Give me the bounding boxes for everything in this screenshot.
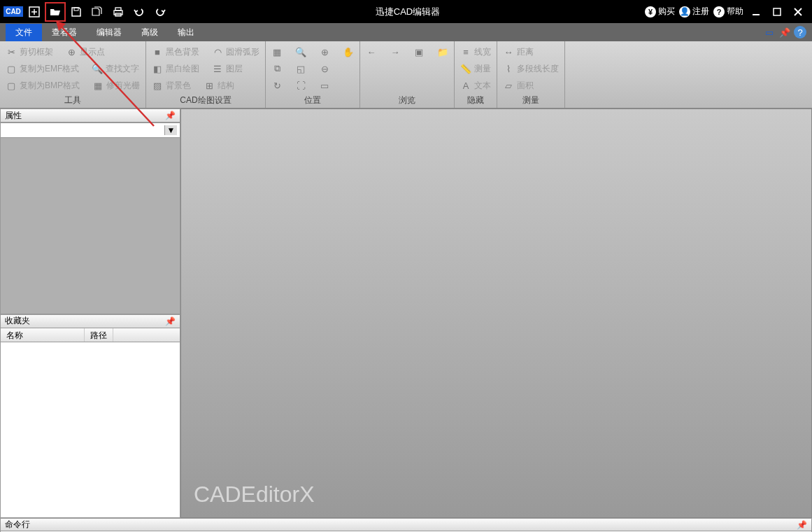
pos-btn-6[interactable]: ◱ — [294, 61, 308, 76]
ribbon-label-browse: 浏览 — [364, 93, 450, 108]
bw-icon: ◧ — [152, 63, 163, 74]
nav-left-button[interactable]: ← — [364, 44, 378, 59]
ribbon-label-cad: CAD绘图设置 — [150, 93, 261, 108]
scissors-icon: ✂ — [6, 46, 17, 57]
measure-toggle-button[interactable]: 📏测量 — [459, 61, 492, 76]
polyline-icon: ⌇ — [503, 63, 514, 74]
favorites-pin-icon[interactable]: 📌 — [165, 316, 176, 326]
ribbon-group-cad: ■黑色背景 ◠圆滑弧形 ◧黑白绘图 ☰图层 ▨背景色 ⊞结构 CAD绘图设置 — [146, 41, 266, 108]
svg-rect-8 — [774, 8, 781, 15]
black-bg-button[interactable]: ■黑色背景 — [150, 44, 201, 59]
favorites-title: 收藏夹 — [5, 315, 30, 327]
pos-btn-9[interactable]: ⛶ — [294, 78, 308, 93]
buy-button[interactable]: ¥购买 — [645, 6, 675, 18]
title-bar: CAD 迅捷CAD编辑器 ¥购买 👤注册 ?帮助 — [0, 0, 812, 23]
crop-icon: ▦ — [92, 80, 104, 91]
tab-file[interactable]: 文件 — [6, 24, 42, 41]
print-button[interactable] — [108, 2, 129, 22]
help-button[interactable]: ?帮助 — [713, 6, 743, 18]
ribbon-tabs: 文件 查看器 编辑器 高级 输出 ▭ 📌 ? — [0, 23, 812, 41]
fav-col-path[interactable]: 路径 — [85, 328, 113, 342]
tab-editor[interactable]: 编辑器 — [87, 24, 131, 41]
minimize-button[interactable] — [748, 4, 764, 20]
bmp-icon: ▢ — [6, 80, 17, 91]
bw-draw-button[interactable]: ◧黑白绘图 — [150, 61, 201, 76]
cut-frame-button[interactable]: ✂剪切框架 — [4, 44, 55, 59]
save-button[interactable] — [66, 2, 87, 22]
copy-emf-button[interactable]: ▢复制为EMF格式 — [4, 61, 80, 76]
copy-icon: ⧉ — [271, 63, 283, 74]
properties-pin-icon[interactable]: 📌 — [165, 111, 176, 120]
area-icon: ▱ — [503, 80, 514, 91]
distance-button[interactable]: ↔距离 — [501, 44, 560, 59]
ruler-icon: 📏 — [460, 63, 471, 74]
area-button[interactable]: ▱面积 — [501, 78, 560, 93]
layers-button[interactable]: ☰图层 — [211, 61, 244, 76]
black-square-icon: ■ — [152, 46, 163, 57]
text-icon: A — [460, 80, 471, 91]
ribbon-group-tools: ✂剪切框架 ⊕显示点 ▢复制为EMF格式 🔍查找文字 ▢复制为BMP格式 ▦修剪… — [0, 41, 146, 108]
hand-icon: ✋ — [343, 46, 354, 57]
pos-btn-8[interactable]: ↻ — [270, 78, 284, 93]
arc-icon: ◠ — [212, 46, 223, 57]
drawing-canvas[interactable]: CADEditorX — [180, 108, 812, 518]
command-title: 命令行 — [5, 519, 30, 531]
close-button[interactable] — [790, 4, 806, 20]
ribbon-group-browse: ← → ▣ 📁 浏览 — [360, 41, 455, 108]
register-button[interactable]: 👤注册 — [679, 6, 709, 18]
tree-icon: ⊞ — [204, 80, 215, 91]
pos-btn-5[interactable]: ⧉ — [270, 61, 284, 76]
workspace-icon[interactable]: ▭ — [763, 26, 776, 38]
tab-output[interactable]: 输出 — [168, 24, 204, 41]
pos-btn-4[interactable]: ✋ — [341, 44, 355, 59]
search-icon: 🔍 — [92, 63, 103, 74]
nav-right-button[interactable]: → — [388, 44, 402, 59]
redo-button[interactable] — [150, 2, 171, 22]
cad-app-icon[interactable]: CAD — [3, 2, 24, 22]
pos-btn-10[interactable]: ▭ — [318, 78, 332, 93]
ribbon-help-icon[interactable]: ? — [794, 26, 806, 38]
pos-btn-1[interactable]: ▦ — [270, 44, 284, 59]
ribbon-label-hide: 隐藏 — [459, 93, 492, 108]
bg-color-button[interactable]: ▨背景色 — [150, 78, 192, 93]
dropdown-icon[interactable]: ▼ — [164, 125, 177, 135]
text-toggle-button[interactable]: A文本 — [459, 78, 492, 93]
structure-button[interactable]: ⊞结构 — [202, 78, 236, 93]
ribbon-label-measure: 测量 — [501, 93, 560, 108]
canvas-watermark: CADEditorX — [194, 482, 315, 507]
save-all-button[interactable] — [87, 2, 108, 22]
polylen-button[interactable]: ⌇多段线长度 — [501, 61, 560, 76]
linewidth-button[interactable]: ≡线宽 — [459, 44, 492, 59]
favorites-body — [0, 342, 180, 519]
undo-button[interactable] — [129, 2, 150, 22]
pos-btn-2[interactable]: 🔍 — [294, 44, 308, 59]
grid-icon: ▦ — [271, 46, 283, 57]
zoom-icon: 🔍 — [295, 46, 306, 57]
open-file-button[interactable] — [45, 2, 66, 22]
extent-icon: ⛶ — [295, 80, 306, 91]
maximize-button[interactable] — [769, 4, 785, 20]
command-pin-icon[interactable]: 📌 — [797, 520, 807, 530]
tab-advanced[interactable]: 高级 — [131, 24, 168, 41]
ribbon-group-position: ▦ 🔍 ⊕ ✋ ⧉ ◱ ⊖ ↻ ⛶ ▭ 位置 — [266, 41, 360, 108]
nav-open-button[interactable]: 📁 — [436, 44, 450, 59]
workspace: 属性 📌 ▼ 收藏夹 📌 名称 路径 CADEditorX — [0, 108, 812, 518]
trim-raster-button[interactable]: ▦修剪光栅 — [91, 78, 141, 93]
favorites-panel-header: 收藏夹 📌 — [0, 314, 180, 328]
smooth-arc-button[interactable]: ◠圆滑弧形 — [211, 44, 261, 59]
show-point-button[interactable]: ⊕显示点 — [64, 44, 106, 59]
properties-selector[interactable]: ▼ — [0, 122, 180, 138]
pos-btn-3[interactable]: ⊕ — [318, 44, 332, 59]
nav-window-button[interactable]: ▣ — [412, 44, 426, 59]
tab-viewer[interactable]: 查看器 — [42, 24, 87, 41]
favorites-columns: 名称 路径 — [0, 328, 180, 342]
copy-bmp-button[interactable]: ▢复制为BMP格式 — [4, 78, 81, 93]
ribbon-label-tools: 工具 — [4, 93, 141, 108]
pin-icon[interactable]: 📌 — [778, 26, 791, 38]
arrow-right-icon: → — [390, 46, 401, 57]
title-right: ¥购买 👤注册 ?帮助 — [645, 4, 812, 20]
find-text-button[interactable]: 🔍查找文字 — [90, 61, 141, 76]
pos-btn-7[interactable]: ⊖ — [318, 61, 332, 76]
new-file-button[interactable] — [24, 2, 45, 22]
fav-col-name[interactable]: 名称 — [1, 328, 85, 342]
